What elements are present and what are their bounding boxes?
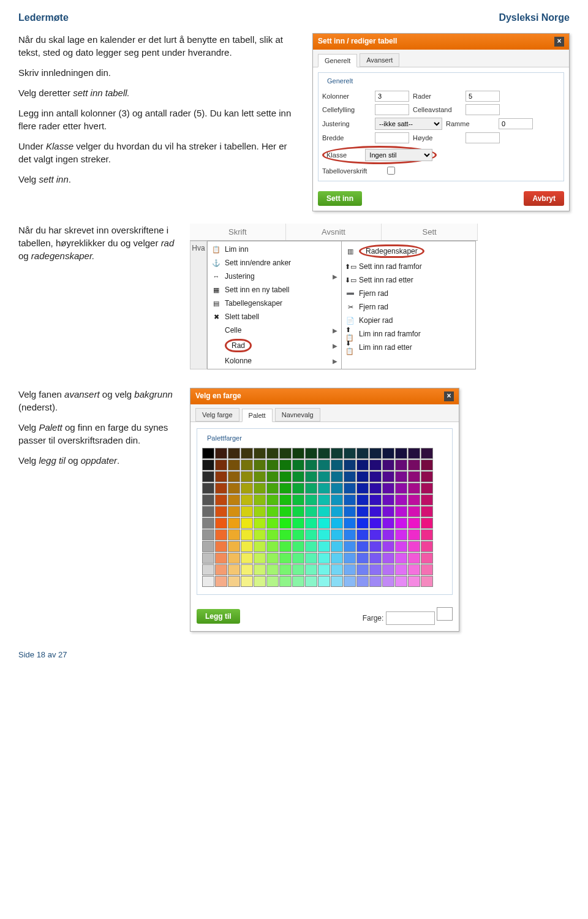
color-swatch[interactable] — [318, 576, 330, 587]
color-swatch[interactable] — [369, 553, 382, 564]
color-swatch[interactable] — [344, 529, 356, 540]
color-swatch[interactable] — [305, 541, 317, 552]
color-swatch[interactable] — [408, 529, 420, 540]
color-swatch[interactable] — [344, 553, 356, 564]
color-swatch[interactable] — [382, 448, 394, 459]
color-swatch[interactable] — [356, 471, 369, 482]
color-swatch[interactable] — [408, 471, 420, 482]
color-swatch[interactable] — [279, 506, 292, 517]
color-swatch[interactable] — [356, 483, 369, 494]
color-swatch[interactable] — [421, 518, 433, 529]
tab-avsnitt[interactable]: Avsnitt — [286, 224, 382, 240]
color-swatch[interactable] — [279, 541, 292, 552]
color-swatch[interactable] — [369, 448, 382, 459]
color-swatch[interactable] — [421, 483, 433, 494]
color-swatch[interactable] — [382, 564, 394, 575]
input-rader[interactable] — [466, 91, 500, 102]
color-swatch[interactable] — [202, 494, 214, 505]
menu-item[interactable]: ⬆📋Lim inn rad framfor — [342, 327, 475, 341]
color-swatch[interactable] — [421, 506, 433, 517]
color-swatch[interactable] — [215, 471, 227, 482]
color-swatch[interactable] — [241, 471, 253, 482]
color-swatch[interactable] — [254, 564, 266, 575]
color-dialog-titlebar[interactable]: Velg en farge × — [190, 388, 459, 404]
color-swatch[interactable] — [344, 518, 356, 529]
color-swatch[interactable] — [382, 518, 394, 529]
color-swatch[interactable] — [331, 553, 343, 564]
color-swatch[interactable] — [356, 576, 369, 587]
color-swatch[interactable] — [279, 471, 292, 482]
color-swatch[interactable] — [202, 483, 214, 494]
color-swatch[interactable] — [266, 529, 279, 540]
menu-item[interactable]: ↔Justering▶ — [208, 270, 341, 283]
color-swatch[interactable] — [331, 529, 343, 540]
color-swatch[interactable] — [331, 471, 343, 482]
color-swatch[interactable] — [241, 553, 253, 564]
color-swatch[interactable] — [292, 471, 304, 482]
color-swatch[interactable] — [305, 506, 317, 517]
color-swatch[interactable] — [331, 506, 343, 517]
menu-item[interactable]: 📋Lim inn — [208, 243, 341, 256]
color-swatch[interactable] — [331, 483, 343, 494]
color-swatch[interactable] — [202, 448, 214, 459]
menu-item[interactable]: ⬆▭Sett inn rad framfor — [342, 260, 475, 273]
color-swatch[interactable] — [408, 483, 420, 494]
color-swatch[interactable] — [318, 448, 330, 459]
color-swatch[interactable] — [382, 553, 394, 564]
color-value-input[interactable] — [386, 611, 435, 625]
color-swatch[interactable] — [356, 518, 369, 529]
color-swatch[interactable] — [228, 460, 240, 471]
menu-item[interactable]: ✖Slett tabell — [208, 310, 341, 323]
close-icon[interactable]: × — [444, 391, 454, 401]
color-swatch[interactable] — [202, 553, 214, 564]
color-swatch[interactable] — [382, 576, 394, 587]
color-swatch[interactable] — [202, 529, 214, 540]
color-swatch[interactable] — [228, 448, 240, 459]
avbryt-button[interactable]: Avbryt — [524, 191, 564, 206]
color-swatch[interactable] — [241, 518, 253, 529]
color-swatch[interactable] — [344, 471, 356, 482]
color-swatch[interactable] — [344, 494, 356, 505]
color-swatch[interactable] — [395, 541, 407, 552]
color-swatch[interactable] — [279, 494, 292, 505]
color-swatch[interactable] — [241, 564, 253, 575]
menu-item[interactable]: ✂Fjern rad — [342, 300, 475, 314]
color-swatch[interactable] — [215, 541, 227, 552]
color-swatch[interactable] — [318, 471, 330, 482]
color-swatch[interactable] — [356, 448, 369, 459]
color-swatch[interactable] — [254, 460, 266, 471]
color-swatch[interactable] — [292, 529, 304, 540]
color-swatch[interactable] — [215, 518, 227, 529]
color-swatch[interactable] — [421, 564, 433, 575]
input-celleavstand[interactable] — [466, 104, 500, 115]
color-swatch[interactable] — [241, 506, 253, 517]
input-kolonner[interactable] — [375, 91, 409, 102]
select-justering[interactable]: --ikke satt-- — [375, 118, 442, 130]
color-swatch[interactable] — [421, 494, 433, 505]
menu-item[interactable]: ⬇▭Sett inn rad etter — [342, 273, 475, 287]
color-swatch[interactable] — [395, 576, 407, 587]
color-swatch[interactable] — [279, 460, 292, 471]
color-swatch[interactable] — [369, 471, 382, 482]
color-swatch[interactable] — [395, 506, 407, 517]
color-swatch[interactable] — [344, 506, 356, 517]
color-swatch[interactable] — [382, 529, 394, 540]
color-swatch[interactable] — [408, 564, 420, 575]
color-swatch[interactable] — [215, 529, 227, 540]
color-swatch[interactable] — [202, 541, 214, 552]
color-swatch[interactable] — [266, 460, 279, 471]
color-swatch[interactable] — [395, 494, 407, 505]
color-swatch[interactable] — [395, 448, 407, 459]
menu-item[interactable]: ⬇📋Lim inn rad etter — [342, 341, 475, 354]
color-swatch[interactable] — [421, 529, 433, 540]
color-swatch[interactable] — [369, 506, 382, 517]
color-swatch[interactable] — [395, 471, 407, 482]
color-swatch[interactable] — [356, 460, 369, 471]
color-swatch[interactable] — [395, 483, 407, 494]
color-swatch[interactable] — [254, 518, 266, 529]
color-swatch[interactable] — [292, 541, 304, 552]
color-swatch[interactable] — [254, 483, 266, 494]
menu-item[interactable]: 📄Kopier rad — [342, 314, 475, 327]
menu-item[interactable]: Kolonne▶ — [208, 354, 341, 368]
color-swatch[interactable] — [215, 460, 227, 471]
